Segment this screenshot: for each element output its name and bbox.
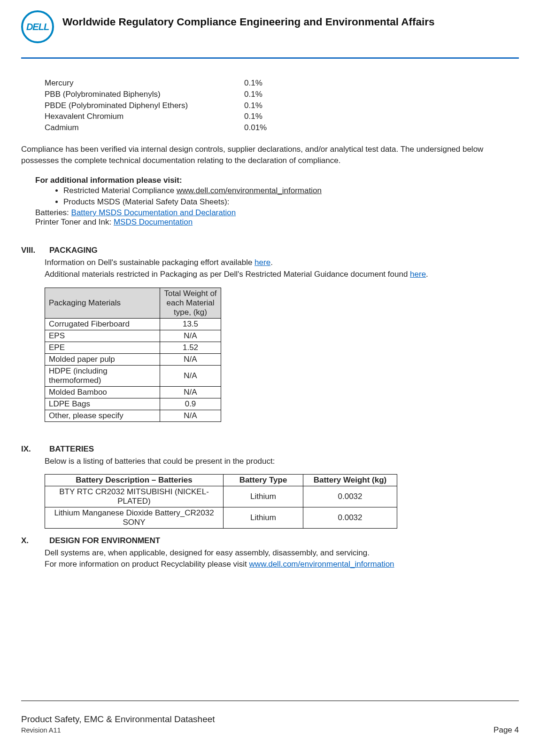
- pkg-weight: N/A: [160, 330, 221, 342]
- substance-value: 0.1%: [244, 100, 262, 111]
- section-x-header: X. DESIGN FOR ENVIRONMENT: [21, 536, 519, 546]
- compliance-paragraph: Compliance has been verified via interna…: [21, 144, 519, 166]
- substance-row: Cadmium 0.01%: [45, 122, 519, 133]
- table-header-row: Packaging Materials Total Weight of each…: [45, 288, 221, 319]
- list-item: Products MSDS (Material Safety Data Shee…: [63, 196, 519, 208]
- bat-header-weight: Battery Weight (kg): [303, 474, 397, 486]
- toner-msds-line: Printer Toner and Ink: MSDS Documentatio…: [35, 218, 519, 227]
- substance-row: Hexavalent Chromium 0.1%: [45, 111, 519, 122]
- packaging-line2-pre: Additional materials restricted in Packa…: [45, 270, 410, 279]
- substance-row: PBB (Polybrominated Biphenyls) 0.1%: [45, 89, 519, 100]
- pkg-weight: N/A: [160, 366, 221, 387]
- table-row: Lithium Manganese Dioxide Battery_CR2032…: [45, 507, 397, 528]
- batteries-label: Batteries:: [35, 208, 71, 217]
- pkg-header-weight: Total Weight of each Material type, (kg): [160, 288, 221, 319]
- dell-logo: DELL: [21, 10, 54, 43]
- bat-type: Lithium: [224, 486, 303, 507]
- pkg-weight: 0.9: [160, 398, 221, 410]
- substance-value: 0.1%: [244, 78, 262, 89]
- substance-name: PBB (Polybrominated Biphenyls): [45, 89, 244, 100]
- page-title: Worldwide Regulatory Compliance Engineer…: [62, 16, 435, 28]
- substance-name: Cadmium: [45, 122, 244, 133]
- batteries-table: Battery Description – Batteries Battery …: [45, 474, 397, 529]
- additional-info-heading: For additional information please visit:: [35, 176, 519, 185]
- table-row: Molded paper pulpN/A: [45, 354, 221, 366]
- toner-msds-link[interactable]: MSDS Documentation: [114, 218, 193, 226]
- pkg-material: Molded paper pulp: [45, 354, 160, 366]
- recyclability-link[interactable]: www.dell.com/environmental_information: [249, 560, 394, 569]
- substance-name: Mercury: [45, 78, 244, 89]
- table-header-row: Battery Description – Batteries Battery …: [45, 474, 397, 486]
- footer-page-number: Page 4: [494, 725, 519, 735]
- section-number: X.: [21, 536, 49, 546]
- section-ix-header: IX. BATTERIES: [21, 444, 519, 454]
- bat-weight: 0.0032: [303, 507, 397, 528]
- pkg-weight: 1.52: [160, 342, 221, 354]
- pkg-weight: N/A: [160, 387, 221, 398]
- table-row: EPE1.52: [45, 342, 221, 354]
- design-env-body: Dell systems are, when applicable, desig…: [45, 547, 519, 570]
- batteries-intro: Below is a listing of batteries that cou…: [45, 456, 519, 468]
- packaging-body: Information on Dell's sustainable packag…: [45, 257, 519, 280]
- pkg-weight: N/A: [160, 410, 221, 422]
- substance-value: 0.1%: [244, 111, 262, 122]
- bat-type: Lithium: [224, 507, 303, 528]
- table-row: Other, please specifyN/A: [45, 410, 221, 422]
- packaging-line1-post: .: [270, 258, 273, 267]
- bat-header-desc: Battery Description – Batteries: [45, 474, 224, 486]
- packaging-here-link-1[interactable]: here: [255, 258, 270, 267]
- section-number: IX.: [21, 444, 49, 454]
- table-row: Corrugated Fiberboard13.5: [45, 319, 221, 330]
- batteries-msds-line: Batteries: Battery MSDS Documentation an…: [35, 208, 519, 218]
- bat-header-type: Battery Type: [224, 474, 303, 486]
- substance-value: 0.1%: [244, 89, 262, 100]
- table-row: LDPE Bags0.9: [45, 398, 221, 410]
- dell-logo-text: DELL: [26, 22, 49, 32]
- packaging-line2-post: .: [426, 270, 428, 279]
- packaging-here-link-2[interactable]: here: [410, 270, 426, 279]
- pkg-material: EPE: [45, 342, 160, 354]
- substance-name: PBDE (Polybrominated Diphenyl Ethers): [45, 100, 244, 111]
- pkg-header-materials: Packaging Materials: [45, 288, 160, 319]
- table-row: BTY RTC CR2032 MITSUBISHI (NICKEL-PLATED…: [45, 486, 397, 507]
- info-bullet-text: Products MSDS (Material Safety Data Shee…: [63, 197, 229, 206]
- page-footer: Product Safety, EMC & Environmental Data…: [21, 701, 519, 735]
- pkg-material: Molded Bamboo: [45, 387, 160, 398]
- bat-weight: 0.0032: [303, 486, 397, 507]
- packaging-line1-pre: Information on Dell's sustainable packag…: [45, 258, 255, 267]
- design-env-line1: Dell systems are, when applicable, desig…: [45, 547, 519, 559]
- additional-info-list: Restricted Material Compliance www.dell.…: [63, 185, 519, 208]
- page-header: DELL Worldwide Regulatory Compliance Eng…: [21, 9, 519, 59]
- substance-row: PBDE (Polybrominated Diphenyl Ethers) 0.…: [45, 100, 519, 111]
- pkg-material: EPS: [45, 330, 160, 342]
- substance-name: Hexavalent Chromium: [45, 111, 244, 122]
- footer-title: Product Safety, EMC & Environmental Data…: [21, 714, 519, 725]
- pkg-material: Corrugated Fiberboard: [45, 319, 160, 330]
- section-viii-header: VIII. PACKAGING: [21, 246, 519, 255]
- footer-rule: [21, 701, 519, 701]
- info-bullet-text: Restricted Material Compliance: [63, 186, 177, 195]
- restricted-material-link[interactable]: www.dell.com/environmental_information: [177, 186, 322, 195]
- substance-limits-table: Mercury 0.1% PBB (Polybrominated Bipheny…: [45, 78, 519, 133]
- bat-desc: BTY RTC CR2032 MITSUBISHI (NICKEL-PLATED…: [45, 486, 224, 507]
- section-title: BATTERIES: [49, 444, 94, 454]
- section-number: VIII.: [21, 246, 49, 255]
- battery-msds-link[interactable]: Battery MSDS Documentation and Declarati…: [71, 208, 236, 217]
- pkg-material: LDPE Bags: [45, 398, 160, 410]
- substance-value: 0.01%: [244, 122, 267, 133]
- bat-desc: Lithium Manganese Dioxide Battery_CR2032…: [45, 507, 224, 528]
- pkg-material: HDPE (including thermoformed): [45, 366, 160, 387]
- table-row: EPSN/A: [45, 330, 221, 342]
- list-item: Restricted Material Compliance www.dell.…: [63, 185, 519, 197]
- pkg-material: Other, please specify: [45, 410, 160, 422]
- pkg-weight: N/A: [160, 354, 221, 366]
- toner-label: Printer Toner and Ink:: [35, 218, 114, 226]
- table-row: HDPE (including thermoformed)N/A: [45, 366, 221, 387]
- design-env-line2-pre: For more information on product Recyclab…: [45, 560, 249, 569]
- table-row: Molded BambooN/A: [45, 387, 221, 398]
- footer-revision: Revision A11: [21, 726, 61, 734]
- pkg-weight: 13.5: [160, 319, 221, 330]
- section-title: PACKAGING: [49, 246, 98, 255]
- substance-row: Mercury 0.1%: [45, 78, 519, 89]
- section-title: DESIGN FOR ENVIRONMENT: [49, 536, 160, 546]
